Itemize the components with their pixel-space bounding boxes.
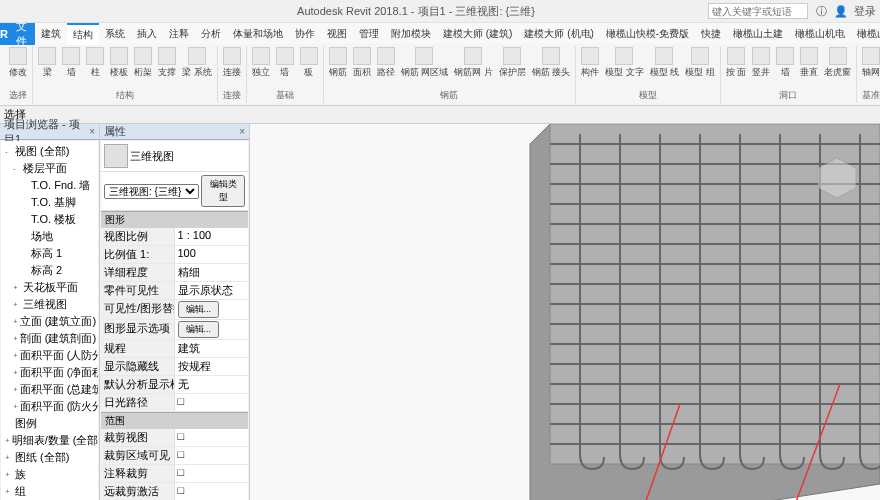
ribbon-tool[interactable]: 模型 线 <box>648 46 682 80</box>
ribbon-tool[interactable]: 梁 <box>36 46 58 80</box>
tab-gls-mep[interactable]: 橄榄山机电 <box>789 23 851 45</box>
tree-node[interactable]: -楼层平面 <box>11 160 96 177</box>
expand-icon[interactable]: + <box>5 436 10 445</box>
info-icon[interactable]: ⓘ <box>814 4 828 18</box>
project-tree[interactable]: -视图 (全部)-楼层平面T.O. Fnd. 墙T.O. 基脚T.O. 楼板场地… <box>1 141 98 500</box>
property-value[interactable]: □ <box>175 465 249 482</box>
expand-icon[interactable]: - <box>13 164 21 173</box>
tab-gls-civil[interactable]: 橄榄山土建 <box>727 23 789 45</box>
ribbon-tool[interactable]: 支撑 <box>156 46 178 80</box>
expand-icon[interactable]: + <box>13 402 18 411</box>
property-group-header[interactable]: 范围 <box>101 412 248 429</box>
ribbon-tool[interactable]: 楼板 <box>108 46 130 80</box>
expand-icon[interactable]: + <box>5 470 13 479</box>
tree-node[interactable]: +三维视图 <box>11 296 96 313</box>
ribbon-tool[interactable]: 钢筋 <box>327 46 349 80</box>
properties-header[interactable]: 属性 × <box>100 124 249 140</box>
tab-quick[interactable]: 快捷 <box>695 23 727 45</box>
tree-node[interactable]: +图纸 (全部) <box>3 449 96 466</box>
ribbon-tool[interactable]: 钢筋网 片 <box>452 46 495 80</box>
ribbon-tool[interactable]: 钢筋 接头 <box>530 46 573 80</box>
help-search-input[interactable] <box>708 3 808 19</box>
tab-file[interactable]: 文件 <box>8 23 35 45</box>
ribbon-tool[interactable]: 保护层 <box>497 46 528 80</box>
close-icon[interactable]: × <box>89 126 95 137</box>
property-value[interactable]: 编辑... <box>175 320 249 339</box>
tree-node[interactable]: +面积平面 (总建筑面积) <box>11 381 96 398</box>
viewcube[interactable] <box>814 154 860 200</box>
expand-icon[interactable]: + <box>5 453 13 462</box>
property-group-header[interactable]: 图形 <box>101 211 248 228</box>
expand-icon[interactable]: + <box>13 351 18 360</box>
tree-node[interactable]: +组 <box>3 483 96 500</box>
ribbon-tool[interactable]: 路径 <box>375 46 397 80</box>
tab-gls-quickmodel[interactable]: 橄榄山快模-免费版 <box>600 23 695 45</box>
app-menu-button[interactable]: R <box>0 23 8 45</box>
tab-manage[interactable]: 管理 <box>353 23 385 45</box>
tab-addins[interactable]: 附加模块 <box>385 23 437 45</box>
tab-view[interactable]: 视图 <box>321 23 353 45</box>
ribbon-tool[interactable]: 构件 <box>579 46 601 80</box>
property-value[interactable]: 100 <box>175 246 249 263</box>
ribbon-tool[interactable]: 模型 文字 <box>603 46 646 80</box>
view3d-canvas[interactable] <box>250 124 880 500</box>
tree-node[interactable]: 标高 2 <box>19 262 96 279</box>
expand-icon[interactable]: + <box>13 385 18 394</box>
tree-node[interactable]: T.O. 基脚 <box>19 194 96 211</box>
tree-node[interactable]: T.O. Fnd. 墙 <box>19 177 96 194</box>
ribbon-tool[interactable]: 连接 <box>221 46 243 80</box>
tab-analyze[interactable]: 分析 <box>195 23 227 45</box>
tree-node[interactable]: +剖面 (建筑剖面) <box>11 330 96 347</box>
property-value[interactable]: □ <box>175 447 249 464</box>
tab-massing[interactable]: 体量和场地 <box>227 23 289 45</box>
tree-node[interactable]: +面积平面 (防火分区面积) <box>11 398 96 415</box>
expand-icon[interactable]: + <box>5 487 13 496</box>
project-browser-header[interactable]: 项目浏览器 - 项目1 × <box>0 124 99 140</box>
ribbon-tool[interactable]: 柱 <box>84 46 106 80</box>
property-value[interactable]: □ <box>175 483 249 500</box>
login-link[interactable]: 登录 <box>854 4 876 19</box>
tree-node[interactable]: +立面 (建筑立面) <box>11 313 96 330</box>
tree-node[interactable]: +族 <box>3 466 96 483</box>
property-value[interactable]: 建筑 <box>175 340 249 357</box>
property-value[interactable]: 无 <box>175 376 249 393</box>
instance-selector[interactable]: 三维视图: {三维} <box>104 184 199 199</box>
ribbon-tool[interactable]: 老虎窗 <box>822 46 853 80</box>
property-value[interactable]: 按规程 <box>175 358 249 375</box>
ribbon-tool[interactable]: 墙 <box>60 46 82 80</box>
expand-icon[interactable]: + <box>13 368 18 377</box>
property-value[interactable]: 显示原状态 <box>175 282 249 299</box>
tree-node[interactable]: 图例 <box>3 415 96 432</box>
tab-gls-free[interactable]: 橄榄山免费范例 <box>851 23 880 45</box>
tree-node[interactable]: 标高 1 <box>19 245 96 262</box>
property-value[interactable]: 编辑... <box>175 300 249 319</box>
ribbon-tool[interactable]: 修改 <box>7 46 29 80</box>
property-value[interactable]: 1 : 100 <box>175 228 249 245</box>
tab-annotate[interactable]: 注释 <box>163 23 195 45</box>
tab-jmds-arch[interactable]: 建模大师 (建筑) <box>437 23 518 45</box>
edit-type-button[interactable]: 编辑类型 <box>201 175 245 207</box>
edit-button[interactable]: 编辑... <box>178 321 220 338</box>
tab-jmds-mep[interactable]: 建模大师 (机电) <box>518 23 599 45</box>
ribbon-tool[interactable]: 独立 <box>250 46 272 80</box>
tab-architecture[interactable]: 建筑 <box>35 23 67 45</box>
tree-node[interactable]: +明细表/数量 (全部) <box>3 432 96 449</box>
tab-insert[interactable]: 插入 <box>131 23 163 45</box>
tree-node[interactable]: T.O. 楼板 <box>19 211 96 228</box>
ribbon-tool[interactable]: 面积 <box>351 46 373 80</box>
ribbon-tool[interactable]: 梁 系统 <box>180 46 214 80</box>
expand-icon[interactable]: + <box>13 334 18 343</box>
tree-node[interactable]: -视图 (全部) <box>3 143 96 160</box>
expand-icon[interactable]: + <box>13 317 18 326</box>
ribbon-tool[interactable]: 墙 <box>274 46 296 80</box>
property-value[interactable]: □ <box>175 429 249 446</box>
tab-systems[interactable]: 系统 <box>99 23 131 45</box>
tab-collab[interactable]: 协作 <box>289 23 321 45</box>
user-icon[interactable]: 👤 <box>834 4 848 18</box>
ribbon-tool[interactable]: 板 <box>298 46 320 80</box>
tree-node[interactable]: 场地 <box>19 228 96 245</box>
tree-node[interactable]: +面积平面 (人防分区面积) <box>11 347 96 364</box>
property-value[interactable]: 精细 <box>175 264 249 281</box>
ribbon-tool[interactable]: 竖井 <box>750 46 772 80</box>
close-icon[interactable]: × <box>239 126 245 137</box>
